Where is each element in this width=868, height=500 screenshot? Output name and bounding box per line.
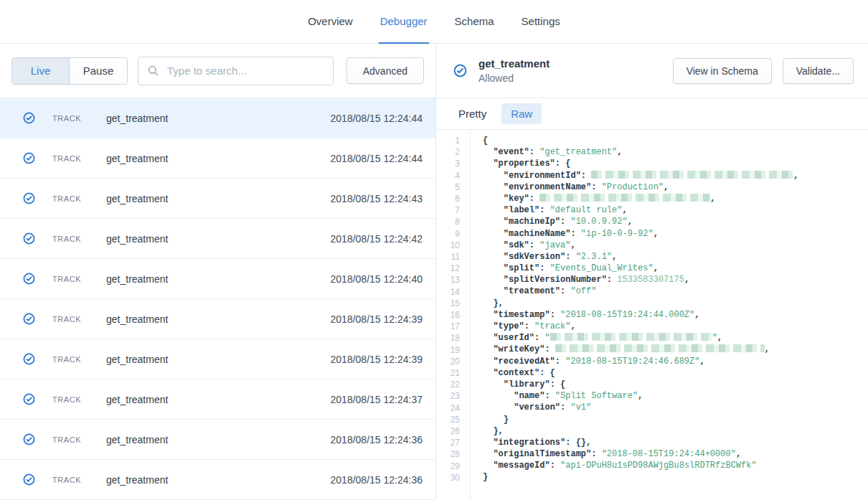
tab-schema[interactable]: Schema <box>453 0 496 44</box>
line-number: 17 <box>436 321 460 332</box>
event-type: TRACK <box>52 395 90 404</box>
line-number: 14 <box>436 286 460 298</box>
detail-actions: View in Schema Validate... <box>673 58 854 84</box>
code-line: } <box>483 414 868 425</box>
code-line: "library": { <box>483 379 868 390</box>
check-circle-icon <box>23 232 35 245</box>
check-circle-icon <box>23 473 35 486</box>
tab-pretty[interactable]: Pretty <box>449 103 496 124</box>
event-row[interactable]: TRACKget_treatment2018/08/15 12:24:42 <box>0 219 435 259</box>
main-content: Live Pause Advanced TRACKget_treatment20… <box>0 44 868 500</box>
top-nav: OverviewDebuggerSchemaSettings <box>0 0 868 44</box>
event-row[interactable]: TRACKget_treatment2018/08/15 12:24:40 <box>0 259 435 299</box>
pause-button[interactable]: Pause <box>70 58 127 84</box>
line-number: 12 <box>436 263 460 274</box>
top-nav-tabs: OverviewDebuggerSchemaSettings <box>306 0 562 43</box>
view-in-schema-button[interactable]: View in Schema <box>673 58 772 84</box>
line-number: 26 <box>436 425 460 437</box>
event-detail-panel: get_treatment Allowed View in Schema Val… <box>436 44 868 500</box>
search-input[interactable] <box>166 64 324 77</box>
line-number: 21 <box>436 367 460 379</box>
tab-settings[interactable]: Settings <box>520 0 562 44</box>
code-line: } <box>483 471 868 483</box>
line-number: 24 <box>436 402 460 414</box>
event-name: get_treatment <box>106 193 331 204</box>
event-type: TRACK <box>52 476 90 484</box>
tab-raw[interactable]: Raw <box>501 103 542 124</box>
event-timestamp: 2018/08/15 12:24:37 <box>331 394 423 405</box>
code-line: "originalTimestamp": "2018-08-15T19:24:4… <box>483 448 868 460</box>
search-box[interactable] <box>138 57 334 85</box>
check-circle-icon <box>23 313 35 325</box>
event-type: TRACK <box>52 114 90 123</box>
code-line: "machineName": "ip-10-0-9-92", <box>483 228 868 240</box>
tab-debugger[interactable]: Debugger <box>379 0 429 44</box>
event-type: TRACK <box>52 435 90 444</box>
event-row[interactable]: TRACKget_treatment2018/08/15 12:24:44 <box>0 138 435 179</box>
event-type: TRACK <box>52 194 90 203</box>
detail-header: get_treatment Allowed View in Schema Val… <box>436 44 868 98</box>
line-number: 16 <box>436 309 460 321</box>
check-circle-icon <box>23 112 35 124</box>
event-timestamp: 2018/08/15 12:24:43 <box>331 193 423 204</box>
event-row[interactable]: TRACKget_treatment2018/08/15 12:24:39 <box>0 299 435 339</box>
code-line: "context": { <box>483 367 868 379</box>
tab-overview[interactable]: Overview <box>306 0 354 44</box>
live-button[interactable]: Live <box>12 58 70 84</box>
line-number: 27 <box>436 437 460 448</box>
event-timestamp: 2018/08/15 12:24:39 <box>331 313 423 325</box>
event-row[interactable]: TRACKget_treatment2018/08/15 12:24:37 <box>0 379 435 420</box>
line-number: 25 <box>436 414 460 425</box>
code-line: "messageId": "api-DPuH8u1sPD98AWjgBu8slR… <box>483 460 868 471</box>
code-line: "name": "Split Software", <box>483 390 868 402</box>
check-circle-icon <box>23 152 35 164</box>
code-line: "splitVersionNumber": 1533583307175, <box>483 274 868 286</box>
line-number: 6 <box>436 193 460 204</box>
event-timestamp: 2018/08/15 12:24:36 <box>331 474 423 486</box>
code-line: "machineIp": "10.0.9.92", <box>483 216 868 227</box>
event-timestamp: 2018/08/15 12:24:44 <box>331 153 423 164</box>
code-line: "environmentId": , <box>483 170 868 181</box>
line-number: 7 <box>436 204 460 216</box>
event-name: get_treatment <box>106 313 331 325</box>
line-number: 8 <box>436 216 460 227</box>
event-type: TRACK <box>52 315 90 324</box>
line-number: 13 <box>436 274 460 286</box>
raw-json-viewer[interactable]: 1234567891011121314151617181920212223242… <box>436 130 868 500</box>
advanced-button[interactable]: Advanced <box>346 57 424 84</box>
code-line: "sdk": "java", <box>483 240 868 251</box>
event-name: get_treatment <box>106 233 331 245</box>
line-number: 18 <box>436 332 460 344</box>
code-line: "split": "Events_Dual_Writes", <box>483 263 868 274</box>
event-name: get_treatment <box>106 273 331 285</box>
event-name: get_treatment <box>106 354 331 365</box>
event-row[interactable]: TRACKget_treatment2018/08/15 12:24:43 <box>0 179 435 219</box>
line-number: 19 <box>436 344 460 356</box>
code-line: "properties": { <box>483 158 868 169</box>
line-number: 29 <box>436 461 460 472</box>
validate-button[interactable]: Validate... <box>783 58 854 84</box>
event-row[interactable]: TRACKget_treatment2018/08/15 12:24:44 <box>0 98 435 138</box>
event-type: TRACK <box>52 235 90 243</box>
line-number: 22 <box>436 379 460 390</box>
line-number: 10 <box>436 240 460 251</box>
live-pause-toggle: Live Pause <box>11 57 128 85</box>
event-row[interactable]: TRACKget_treatment2018/08/15 12:24:36 <box>0 460 435 500</box>
code-line: "integrations": {}, <box>483 437 868 448</box>
code-line: "type": "track", <box>483 321 868 332</box>
line-number: 15 <box>436 298 460 309</box>
code-line: "version": "v1" <box>483 402 868 413</box>
event-name: get_treatment <box>106 434 331 445</box>
event-row[interactable]: TRACKget_treatment2018/08/15 12:24:39 <box>0 339 435 379</box>
line-number: 28 <box>436 448 460 460</box>
code-line: "key": , <box>483 193 868 204</box>
line-number: 20 <box>436 356 460 367</box>
event-row[interactable]: TRACKget_treatment2018/08/15 12:24:36 <box>0 420 435 460</box>
line-numbers: 1234567891011121314151617181920212223242… <box>436 130 471 500</box>
detail-event-name: get_treatment <box>478 57 549 70</box>
json-code: { "event": "get_treatment", "properties"… <box>471 130 868 500</box>
code-line: { <box>483 135 868 146</box>
code-line: "treatment": "off" <box>483 286 868 297</box>
redacted-value <box>539 194 710 202</box>
event-type: TRACK <box>52 355 90 364</box>
